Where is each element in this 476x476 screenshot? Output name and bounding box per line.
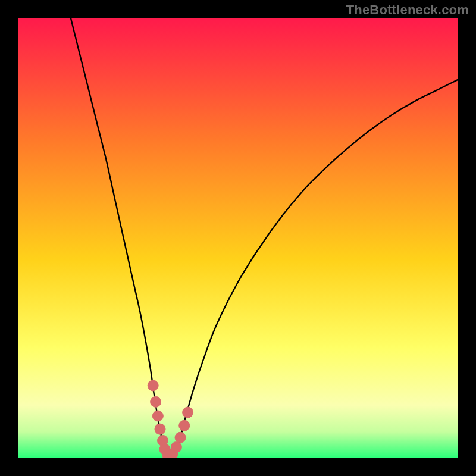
highlight-marker [175,432,186,443]
watermark-text: TheBottleneck.com [346,2,469,18]
chart-frame: TheBottleneck.com [0,0,476,476]
highlight-markers [148,380,193,458]
highlight-marker [171,442,181,453]
highlight-marker [151,396,161,407]
highlight-marker [183,407,193,418]
highlight-marker [155,424,165,434]
plot-area [18,18,458,458]
highlight-marker [152,411,163,421]
bottleneck-curve-line [71,18,458,458]
highlight-marker [179,420,190,431]
bottleneck-curve-chart [18,18,458,458]
highlight-marker [148,380,158,391]
